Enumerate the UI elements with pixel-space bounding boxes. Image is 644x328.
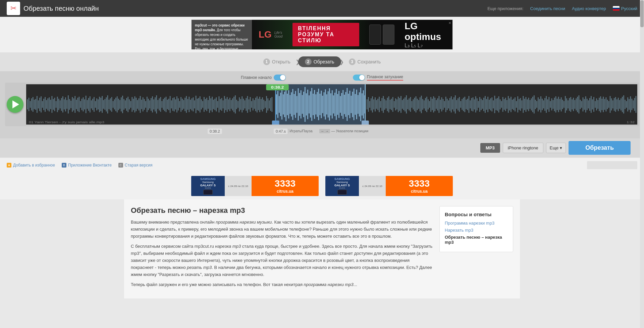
scrollbar-thumb[interactable] <box>640 0 644 27</box>
sidebar-title: Вопросы и ответы <box>445 212 508 217</box>
step-1[interactable]: 1 Открыть <box>257 56 297 67</box>
svg-rect-186 <box>280 93 281 116</box>
phone-image-1 <box>203 190 213 195</box>
svg-rect-145 <box>223 100 224 108</box>
svg-rect-316 <box>458 98 459 110</box>
ad-text: mp3cut — это сервис обрезки mp3 онлайн. … <box>192 20 252 49</box>
fade-start-toggle[interactable] <box>274 75 286 81</box>
svg-rect-206 <box>307 90 308 119</box>
svg-rect-146 <box>224 96 225 113</box>
cut-button[interactable]: Обрезать <box>569 141 631 155</box>
svg-rect-192 <box>288 90 289 119</box>
svg-rect-212 <box>315 94 316 114</box>
svg-rect-153 <box>233 97 234 112</box>
fade-end-toggle[interactable] <box>353 75 365 81</box>
svg-rect-74 <box>126 98 127 111</box>
svg-rect-66 <box>115 98 116 111</box>
sidebar-link-3[interactable]: Обрезать песню – нарезка mp3 <box>445 235 508 245</box>
content-paragraph-3: Теперь файл загружен и его уже можно зап… <box>131 281 433 288</box>
svg-rect-421 <box>600 96 601 112</box>
header-nav: Еще приложения: Соединить песни Аудио ко… <box>487 6 637 11</box>
sidebar-link-2[interactable]: Нарезать mp3 <box>445 228 508 233</box>
svg-rect-95 <box>155 97 156 111</box>
format-mp3-button[interactable]: MP3 <box>480 143 500 153</box>
svg-rect-313 <box>453 97 454 111</box>
svg-rect-396 <box>566 98 567 110</box>
svg-rect-99 <box>160 97 161 112</box>
ad-close-icon[interactable]: ✕ <box>448 21 451 25</box>
format-iphone-button[interactable]: iPhone ringtone <box>503 143 543 153</box>
scrollbar[interactable] <box>640 0 644 298</box>
svg-rect-319 <box>462 99 463 110</box>
svg-rect-85 <box>141 100 142 109</box>
waveform-area[interactable]: 0:38.2 01 Yann Tiersen - J'y suis jamais… <box>26 84 637 125</box>
svg-rect-367 <box>527 99 528 109</box>
svg-rect-199 <box>298 88 299 121</box>
svg-rect-358 <box>515 97 516 111</box>
svg-rect-339 <box>489 100 490 109</box>
svg-rect-171 <box>258 99 259 110</box>
svg-rect-393 <box>562 100 563 109</box>
svg-rect-253 <box>372 96 373 112</box>
nav-link-converter[interactable]: Аудио конвертер <box>572 6 606 11</box>
svg-rect-379 <box>543 100 544 108</box>
nav-label: Еще приложения: <box>487 6 523 11</box>
svg-rect-332 <box>479 97 480 112</box>
toggle-knob-end <box>359 75 365 80</box>
svg-rect-293 <box>426 97 427 112</box>
svg-rect-7 <box>35 99 36 110</box>
ad-banner-samsung-2[interactable]: SAMSUNG Samsung GALAXY S DUOS c 24.09 no… <box>325 176 453 196</box>
language-selector[interactable]: Русский <box>613 6 637 11</box>
old-version-label: Старая версия <box>125 163 153 168</box>
svg-rect-311 <box>451 96 452 112</box>
svg-rect-445 <box>633 100 634 108</box>
samsung-galaxy-2: Samsung <box>336 181 348 184</box>
nav-link-join[interactable]: Соединить песни <box>530 6 565 11</box>
svg-rect-187 <box>281 89 282 120</box>
step-3-num: 3 <box>349 58 356 65</box>
svg-rect-437 <box>622 97 623 112</box>
svg-rect-416 <box>593 97 594 112</box>
svg-rect-420 <box>599 98 600 111</box>
duos-1: DUOS <box>205 187 211 189</box>
svg-rect-325 <box>470 100 471 108</box>
svg-rect-37 <box>76 100 77 109</box>
sidebar-link-1[interactable]: Программа нарезки mp3 <box>445 221 508 226</box>
svg-rect-252 <box>371 98 372 110</box>
svg-rect-368 <box>528 98 529 111</box>
svg-rect-346 <box>498 96 499 112</box>
format-row: MP3 iPhone ringtone Еще ▾ Обрезать <box>0 138 644 157</box>
svg-rect-11 <box>41 96 42 112</box>
play-button[interactable] <box>7 96 23 113</box>
svg-rect-338 <box>487 97 488 112</box>
svg-rect-433 <box>616 99 618 109</box>
ad-banner-samsung-1[interactable]: SAMSUNG Samsung GALAXY S DUOS c 24.09 no… <box>191 176 319 196</box>
ad-main-image[interactable]: ✕ LG Life's Good ВТІЛЕННЯ РОЗУМУ ТА СТИЛ… <box>252 20 452 49</box>
old-version-link[interactable]: С Старая версия <box>118 163 153 168</box>
svg-rect-237 <box>350 91 351 118</box>
svg-rect-155 <box>236 100 237 109</box>
svg-rect-365 <box>524 99 525 110</box>
step-2[interactable]: 2 Обрезать <box>298 56 341 67</box>
date-1: c 24.09 no 22.10 <box>228 185 248 188</box>
svg-rect-423 <box>603 97 604 112</box>
favorite-link[interactable]: ★ Добавить в избранное <box>7 163 55 168</box>
svg-rect-79 <box>133 99 134 110</box>
svg-rect-169 <box>255 98 256 111</box>
svg-rect-113 <box>179 101 180 108</box>
svg-rect-322 <box>466 100 467 109</box>
svg-rect-190 <box>285 88 286 121</box>
svg-rect-219 <box>325 89 326 120</box>
svg-rect-47 <box>90 96 91 112</box>
svg-rect-168 <box>254 100 255 109</box>
svg-rect-105 <box>168 99 169 110</box>
format-more-button[interactable]: Еще ▾ <box>546 143 566 153</box>
step-3[interactable]: 3 Сохранить <box>342 56 388 67</box>
svg-rect-242 <box>356 90 357 119</box>
svg-rect-142 <box>219 96 220 112</box>
vk-link[interactable]: В Приложение Вконтакте <box>62 163 112 168</box>
svg-rect-276 <box>403 99 404 110</box>
svg-rect-263 <box>386 100 387 108</box>
svg-rect-87 <box>144 99 145 110</box>
svg-rect-430 <box>612 100 613 108</box>
